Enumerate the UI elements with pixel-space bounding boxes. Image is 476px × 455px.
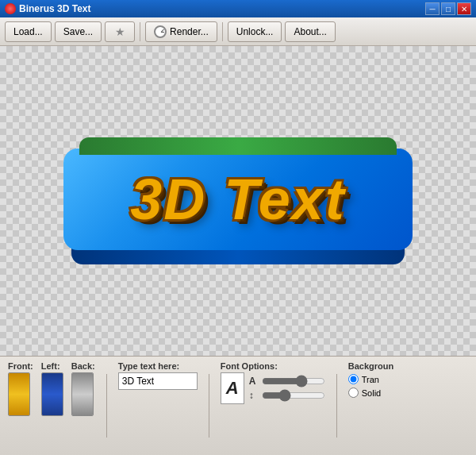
3d-text-container: 3D Text [56, 121, 420, 280]
title-bar: Binerus 3D Text ─ □ ✕ [0, 0, 476, 17]
panel-divider-3 [336, 374, 337, 438]
unlock-button[interactable]: Unlock... [228, 21, 282, 42]
front-swatch-inner [9, 373, 29, 415]
render-button[interactable]: Render... [145, 21, 217, 42]
canvas-area: 3D Text [0, 46, 476, 356]
maximize-button[interactable]: □ [441, 2, 455, 15]
depth-icon: ↕ [249, 390, 259, 401]
badge-main-face: 3D Text [63, 148, 413, 250]
background-label: Backgroun [348, 361, 393, 371]
front-color-section: Front: [8, 361, 33, 416]
back-color-section: Back: [71, 361, 95, 416]
3d-text-display: 3D Text [130, 167, 345, 232]
solid-label: Solid [362, 388, 381, 398]
panel-divider-1 [106, 374, 107, 438]
transparent-label: Tran [362, 375, 379, 384]
title-bar-controls[interactable]: ─ □ ✕ [425, 2, 471, 15]
star-icon: ★ [113, 25, 126, 38]
font-preview-button[interactable]: A [221, 372, 244, 404]
badge-top-face [79, 137, 397, 155]
app-icon [5, 3, 16, 14]
font-btn-row: A A ↕ [221, 372, 325, 404]
size-slider-row-1: A [249, 376, 325, 387]
size-slider-row-2: ↕ [249, 390, 325, 401]
title-bar-left: Binerus 3D Text [5, 3, 90, 14]
font-letter: A [226, 378, 239, 399]
close-button[interactable]: ✕ [457, 2, 471, 15]
bottom-panel: Front: Left: Back: Type text here: [0, 356, 476, 455]
left-label: Left: [41, 361, 60, 371]
text-input-field[interactable] [118, 372, 198, 390]
back-swatch-inner [72, 373, 93, 415]
render-label: Render... [170, 26, 209, 37]
panel-divider-2 [209, 374, 209, 438]
toolbar-divider-2 [222, 22, 223, 41]
background-section: Backgroun Tran Solid [348, 361, 393, 398]
text-input-section: Type text here: [118, 361, 198, 390]
text-input-label: Type text here: [118, 361, 198, 371]
font-size-slider[interactable] [262, 376, 325, 387]
left-color-section: Left: [41, 361, 63, 416]
font-size-icon: A [249, 376, 259, 387]
3d-badge: 3D Text [63, 137, 413, 264]
size-sliders: A ↕ [249, 376, 325, 401]
toolbar: Load... Save... ★ Render... Unlock... Ab… [0, 17, 476, 46]
back-swatch-group [71, 372, 94, 416]
front-color-swatch[interactable] [8, 372, 30, 416]
front-swatch-group [8, 372, 30, 416]
font-options-label: Font Options: [221, 361, 325, 371]
back-label: Back: [71, 361, 95, 371]
depth-slider[interactable] [262, 390, 325, 401]
load-button[interactable]: Load... [5, 21, 52, 42]
save-button[interactable]: Save... [55, 21, 102, 42]
about-button[interactable]: About... [285, 21, 335, 42]
left-swatch-group [41, 372, 63, 416]
clock-icon [154, 25, 167, 38]
solid-radio[interactable] [348, 388, 359, 398]
font-options-section: Font Options: A A ↕ [221, 361, 325, 404]
toolbar-divider [140, 22, 140, 41]
back-color-swatch[interactable] [71, 372, 94, 416]
front-label: Front: [8, 361, 33, 371]
title-bar-title: Binerus 3D Text [19, 3, 90, 14]
left-color-swatch[interactable] [41, 372, 63, 416]
left-swatch-inner [42, 373, 63, 415]
transparent-radio[interactable] [348, 374, 359, 384]
star-button[interactable]: ★ [105, 21, 135, 42]
minimize-button[interactable]: ─ [425, 2, 440, 15]
solid-radio-row: Solid [348, 388, 393, 398]
transparent-radio-row: Tran [348, 374, 393, 384]
